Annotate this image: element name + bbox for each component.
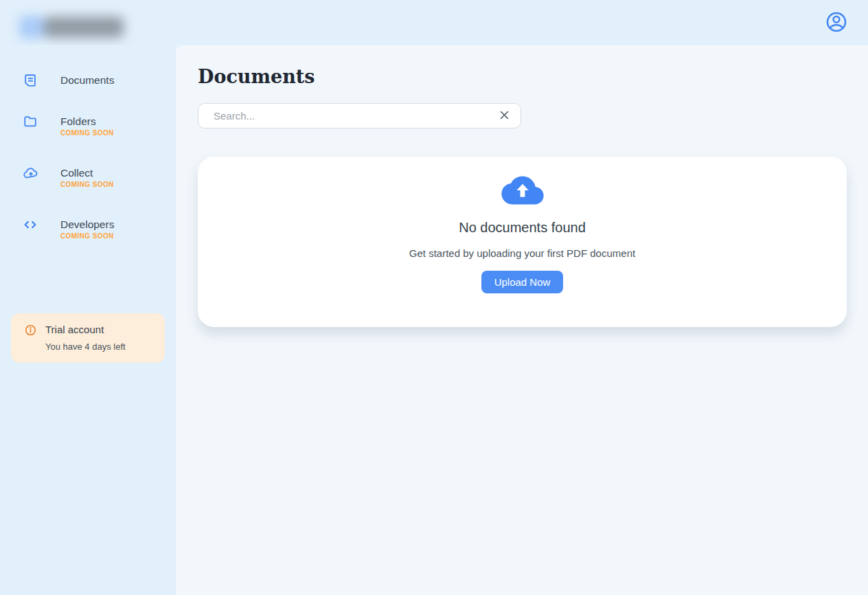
sidebar-item-label: Developers <box>60 218 114 231</box>
coming-soon-badge: COMING SOON <box>60 129 114 137</box>
search-input[interactable] <box>198 103 521 128</box>
brand-logo-mark <box>19 16 44 38</box>
search-bar <box>198 103 521 128</box>
empty-state-card: No documents found Get started by upload… <box>198 157 847 327</box>
user-circle-icon <box>825 10 848 36</box>
document-icon <box>23 73 38 88</box>
sidebar: Documents Folders COMING SOON Collect CO… <box>0 45 176 595</box>
sidebar-item-label: Collect <box>60 167 93 179</box>
coming-soon-badge: COMING SOON <box>60 181 114 188</box>
brand-logo <box>16 12 128 43</box>
cloud-upload-filled-icon <box>501 175 544 209</box>
empty-state-title: No documents found <box>459 220 586 236</box>
search-clear-button[interactable] <box>495 107 513 125</box>
app-header <box>0 0 868 45</box>
cloud-upload-icon <box>23 166 38 181</box>
coming-soon-badge: COMING SOON <box>60 232 114 240</box>
empty-state-subtitle: Get started by uploading your first PDF … <box>409 247 635 259</box>
info-circle-icon <box>25 324 36 336</box>
trial-account-notice: Trial account You have 4 days left <box>11 313 165 363</box>
folder-icon <box>23 114 38 129</box>
brand-logo-text <box>44 16 124 38</box>
sidebar-item-label: Documents <box>60 74 114 87</box>
page-title: Documents <box>198 66 315 87</box>
code-icon <box>23 217 38 232</box>
upload-now-button[interactable]: Upload Now <box>481 271 564 293</box>
trial-title: Trial account <box>45 324 104 335</box>
main-content: Documents No documents found Get started… <box>176 45 868 595</box>
close-x-icon <box>499 109 510 123</box>
profile-button[interactable] <box>824 10 849 35</box>
sidebar-item-label: Folders <box>60 115 96 128</box>
trial-subtitle: You have 4 days left <box>45 341 126 352</box>
